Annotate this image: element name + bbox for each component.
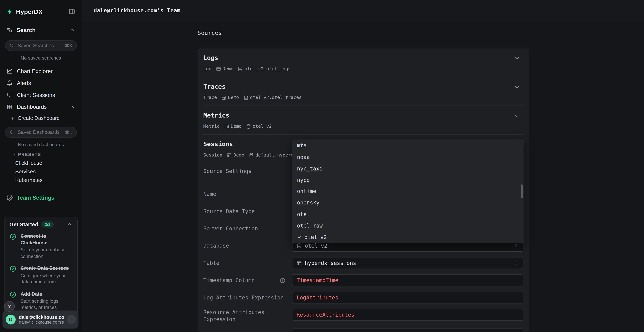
form-row-table: Table hyperdx_sessions [203,257,523,269]
table-value: hyperdx_sessions [305,260,356,266]
combobox-chevrons-icon[interactable] [514,243,519,248]
database-icon [238,66,243,71]
brand[interactable]: HyperDX [6,8,43,15]
dropdown-option[interactable]: noaa [292,152,524,163]
sidebar-item-client-sessions[interactable]: Client Sessions [0,89,82,101]
help-button[interactable]: ? [4,301,15,312]
check-circle-icon [10,233,16,240]
get-started-item-title: Add Data [20,291,72,297]
source-type: Log [203,66,212,72]
resource-attributes-value: ResourceAttributes [296,312,354,318]
preset-item-clickhouse[interactable]: ClickHouse [0,158,82,167]
dropdown-option[interactable]: nyc_taxi [292,163,524,174]
chevron-down-icon[interactable] [514,112,520,118]
dropdown-option-selected[interactable]: otel_v2 [292,231,524,243]
sidebar: HyperDX Search ⌘K No saved searches Char… [0,0,82,332]
database-label: Database [203,240,292,252]
get-started-item[interactable]: Connect to ClickHouse Set up your databa… [10,233,72,260]
database-icon [249,152,254,158]
table-label: Table [203,257,292,269]
chevron-up-icon[interactable] [70,104,75,110]
chart-explorer-icon [6,68,13,74]
main-area: dale@clickhouse.com's Team Sources Logs … [82,0,644,332]
help-circle-icon[interactable] [280,278,286,283]
get-started-card: Get Started 3/3 Connect to ClickHouse Se… [4,217,78,315]
table-icon [224,124,229,129]
preset-item-services[interactable]: Services [0,167,82,176]
get-started-title: Get Started [10,222,38,228]
presets-label: PRESETS [18,152,41,157]
source-section-traces[interactable]: Traces Trace Demo otel_v2.otel_traces [198,77,529,106]
source-section-metrics[interactable]: Metrics Metric Demo otel_v2 [198,106,529,134]
saved-searches-input[interactable]: ⌘K [5,40,77,51]
dropdown-option[interactable]: mta [292,140,524,152]
saved-dashboards-input[interactable]: ⌘K [5,127,77,138]
source-section-logs[interactable]: Logs Log Demo otel_v2.otel_logs [198,48,529,77]
sidebar-item-alerts[interactable]: Alerts [0,77,82,89]
get-started-item-title: Create Data Sources [20,265,72,272]
preset-item-kubernetes[interactable]: Kubernetes [0,176,82,184]
sidebar-item-dashboards[interactable]: Dashboards [0,101,82,113]
source-meta: Trace Demo otel_v2.otel_traces [203,94,523,100]
page-title: dale@clickhouse.com's Team [94,7,180,14]
log-attributes-input[interactable]: LogAttributes [292,292,523,304]
saved-dashboards-field[interactable] [17,129,62,136]
form-row-resource-attributes: Resource Attributes Expression ResourceA… [203,309,523,323]
dropdown-option[interactable]: opensky [292,197,524,208]
sidebar-nav: Chart Explorer Alerts Client Sessions Da… [0,65,82,203]
chevron-down-icon[interactable] [514,84,520,90]
search-section-label: Search [16,27,66,33]
user-team: dale@clickhouse.com's [19,320,64,324]
divider [198,42,529,42]
source-name: Traces [203,82,523,91]
table-icon [227,152,232,158]
chevron-right-icon[interactable] [67,315,76,324]
search-section-header[interactable]: Search [0,23,82,37]
timestamp-column-value: TimestampTime [296,277,338,283]
create-dashboard-label: Create Dashboard [18,116,60,121]
saved-searches-field[interactable] [17,42,62,49]
collapse-sidebar-icon[interactable] [68,8,75,15]
top-bar: dale@clickhouse.com's Team [82,0,644,21]
source-meta: Metric Demo otel_v2 [203,123,523,129]
timestamp-column-label: Timestamp Column [203,274,292,286]
chevron-up-icon[interactable] [67,222,72,227]
chevron-down-icon[interactable] [514,55,520,61]
source-meta: Log Demo otel_v2.otel_logs [203,66,523,72]
dropdown-scrollbar[interactable] [521,184,523,198]
next-field-input[interactable] [292,328,523,332]
dropdown-option[interactable]: otel_raw [292,220,524,231]
timestamp-column-input[interactable]: TimestampTime [292,274,523,286]
source-type: Metric [203,123,220,129]
dropdown-option[interactable]: otel [292,208,524,220]
name-label: Name [203,188,292,200]
get-started-header[interactable]: Get Started 3/3 [10,222,72,228]
sidebar-item-team-settings[interactable]: Team Settings [0,192,82,203]
sidebar-item-label: Chart Explorer [17,68,75,74]
logo-row: HyperDX [0,0,82,23]
team-settings-label: Team Settings [17,194,54,200]
dropdown-option[interactable]: nypd [292,174,524,186]
get-started-item[interactable]: Create Data Sources Configure where your… [10,265,72,285]
get-started-item-title: Connect to ClickHouse [20,233,72,246]
combobox-chevrons-icon[interactable] [514,260,519,266]
table-icon [216,66,221,71]
sidebar-item-chart-explorer[interactable]: Chart Explorer [0,65,82,77]
presets-toggle[interactable]: PRESETS [0,147,82,158]
dropdown-option[interactable]: ontime [292,186,524,197]
source-name: Logs [203,54,523,62]
get-started-item[interactable]: Add Data Start sending logs, metrics, or… [10,291,72,311]
resource-attributes-input[interactable]: ResourceAttributes [292,309,523,321]
user-menu[interactable]: D dale@clickhouse.com dale@clickhouse.co… [2,310,78,328]
chevron-up-icon[interactable] [70,27,75,33]
source-type: Session [203,152,222,158]
sidebar-item-label: Alerts [17,80,75,86]
create-dashboard-button[interactable]: Create Dashboard [0,113,82,124]
sidebar-item-label: Client Sessions [17,92,75,98]
hyperdx-logo-icon [6,8,13,15]
monitor-icon [6,92,13,98]
database-dropdown: mta noaa nyc_taxi nypd ontime opensky ot… [292,140,524,243]
app-name: HyperDX [16,8,43,15]
resource-attributes-label: Resource Attributes Expression [203,309,292,323]
table-combobox[interactable]: hyperdx_sessions [292,257,523,269]
